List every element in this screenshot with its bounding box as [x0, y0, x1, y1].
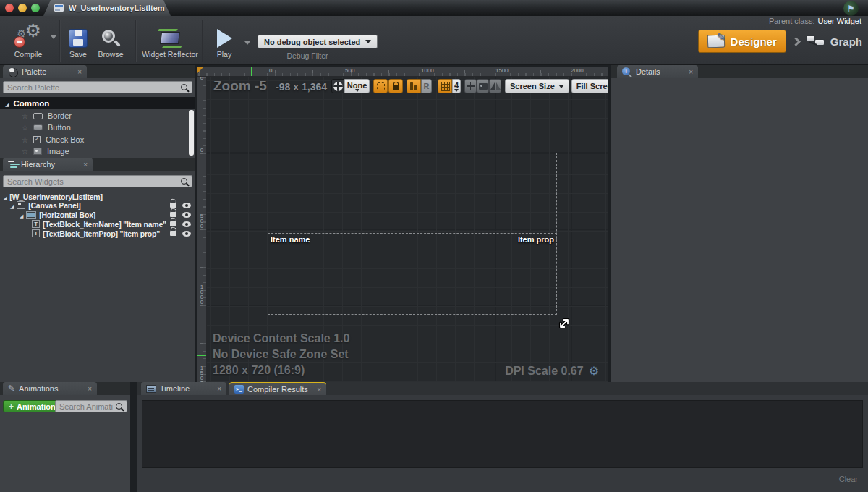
clear-button[interactable]: Clear	[839, 475, 858, 483]
tree-row-horizontal-box[interactable]: [Horizontal Box]	[0, 210, 195, 219]
expander-icon[interactable]	[5, 99, 9, 108]
localization-preview-button[interactable]	[331, 79, 344, 93]
tab-animations[interactable]: Animations	[3, 382, 97, 395]
compile-options-chevron-down-icon[interactable]	[51, 35, 56, 39]
flow-direction-r-toggle[interactable]: R	[421, 79, 432, 93]
palette-scrollbar[interactable]	[189, 110, 194, 156]
flag-badge-icon[interactable]	[843, 1, 859, 16]
cursor-position-label: -98 x 1,364	[268, 81, 327, 93]
lock-icon[interactable]	[170, 203, 176, 208]
lock-icon[interactable]	[170, 212, 176, 217]
zoom-to-fit-button[interactable]	[464, 79, 477, 93]
tab-details[interactable]: Details	[617, 65, 698, 78]
canvas-text-item-name[interactable]: Item name	[271, 235, 310, 244]
expander-icon[interactable]	[10, 201, 14, 210]
compile-button[interactable]: Compile	[7, 21, 49, 59]
parent-class-link[interactable]: User Widget	[817, 17, 861, 25]
tab-timeline[interactable]: Timeline	[141, 382, 226, 395]
tab-compiler-results[interactable]: Compiler Results	[229, 382, 326, 395]
animation-search[interactable]	[55, 400, 127, 412]
horizontal-box-outline[interactable]: Item name Item prop	[268, 233, 557, 245]
close-window-button[interactable]	[5, 4, 14, 12]
tree-row-textblock-itemprop[interactable]: [TextBlock_ItemProp] "Item prop"	[0, 229, 195, 238]
designer-mode-button[interactable]: Designer	[698, 30, 786, 53]
animation-pen-icon	[8, 384, 15, 393]
browse-label: Browse	[98, 50, 123, 59]
preview-background-button[interactable]	[477, 79, 489, 93]
ruler-cursor-marker	[197, 355, 207, 356]
grid-snap-size-dropdown[interactable]: 4	[452, 79, 461, 93]
lock-icon[interactable]	[170, 231, 176, 236]
eye-icon[interactable]	[182, 203, 191, 208]
palette-section-common[interactable]: Common	[0, 97, 195, 109]
tree-row-textblock-itemname[interactable]: [TextBlock_ItemName] "Item name"	[0, 219, 195, 229]
eye-icon[interactable]	[182, 221, 191, 227]
close-icon[interactable]	[689, 68, 693, 76]
move-arrows-icon	[467, 82, 475, 90]
zoom-level-label: Zoom -5	[213, 78, 267, 94]
star-icon[interactable]	[22, 111, 28, 120]
grid-snap-toggle-button[interactable]	[438, 79, 452, 93]
search-palette-input[interactable]	[7, 83, 178, 92]
outline-toggle-button[interactable]	[373, 79, 388, 93]
graph-icon	[806, 35, 825, 48]
localization-dropdown[interactable]: None	[344, 79, 370, 93]
respect-locks-toggle-button[interactable]	[388, 79, 403, 93]
play-button[interactable]: Play	[208, 21, 240, 59]
dpi-scale-label: DPI Scale 0.67	[505, 365, 584, 378]
add-animation-button[interactable]: Animation	[3, 400, 61, 412]
canvas-text-item-prop[interactable]: Item prop	[518, 235, 554, 244]
eye-icon[interactable]	[182, 212, 191, 218]
browse-button[interactable]: Browse	[94, 21, 127, 59]
close-icon[interactable]	[169, 4, 174, 12]
expander-icon[interactable]	[20, 211, 23, 219]
maximize-window-button[interactable]	[31, 4, 40, 12]
palette-item-border[interactable]: Border	[0, 110, 195, 122]
play-options-chevron-down-icon[interactable]	[244, 41, 250, 45]
tab-hierarchy[interactable]: Hierarchy	[3, 158, 93, 171]
save-button[interactable]: Save	[65, 21, 91, 59]
minimize-window-button[interactable]	[18, 4, 27, 12]
eye-icon[interactable]	[182, 231, 191, 237]
widget-reflector-button[interactable]: Widget Reflector	[140, 21, 200, 59]
text-block-icon	[32, 220, 40, 228]
palette-item-button[interactable]: Button	[0, 122, 195, 133]
play-label: Play	[217, 50, 231, 59]
close-icon[interactable]	[83, 161, 88, 169]
ruler-tick-label: -500	[199, 77, 205, 80]
screen-size-label: Screen Size	[510, 82, 555, 90]
debug-object-dropdown[interactable]: No debug object selected	[258, 35, 378, 48]
graph-mode-button[interactable]: Graph	[806, 35, 862, 48]
localization-flow-toggle-button[interactable]	[407, 79, 421, 93]
star-icon[interactable]	[22, 135, 28, 144]
star-icon[interactable]	[22, 123, 28, 132]
toolbar-separator	[202, 20, 203, 62]
close-icon[interactable]	[317, 386, 321, 394]
mirror-preview-button[interactable]	[489, 79, 501, 93]
lock-icon[interactable]	[170, 221, 176, 226]
star-icon[interactable]	[22, 147, 28, 156]
dpi-settings-gear-icon[interactable]	[589, 364, 599, 378]
palette-search[interactable]	[3, 81, 192, 93]
palette-item-image[interactable]: Image	[0, 145, 195, 157]
compiler-output-area[interactable]	[142, 400, 863, 468]
r-toggle-label: R	[424, 82, 430, 90]
close-icon[interactable]	[77, 68, 82, 76]
asset-tab[interactable]: W_UserInventoryListItem	[43, 0, 171, 16]
expander-icon[interactable]	[3, 192, 7, 201]
palette-item-check-box[interactable]: Check Box	[0, 134, 195, 145]
ruler-tick-label: 2000	[571, 67, 584, 74]
palette-item-label: Check Box	[46, 135, 84, 144]
design-canvas[interactable]: Item name Item prop Zoom -5 -98 x 1,364 …	[207, 77, 608, 382]
tree-row-canvas-panel[interactable]: [Canvas Panel]	[0, 200, 195, 210]
search-widgets-input[interactable]	[7, 177, 178, 186]
tab-palette[interactable]: Palette	[3, 65, 87, 78]
ruler-tick-label: 500	[345, 67, 354, 74]
hierarchy-search[interactable]	[3, 175, 192, 187]
fill-screen-dropdown[interactable]: Fill Screen	[571, 79, 608, 93]
close-icon[interactable]	[88, 385, 92, 393]
palette-item-label: Image	[47, 147, 69, 156]
screen-size-dropdown[interactable]: Screen Size	[505, 79, 569, 93]
close-icon[interactable]	[217, 385, 221, 393]
search-animation-input[interactable]	[59, 402, 113, 411]
